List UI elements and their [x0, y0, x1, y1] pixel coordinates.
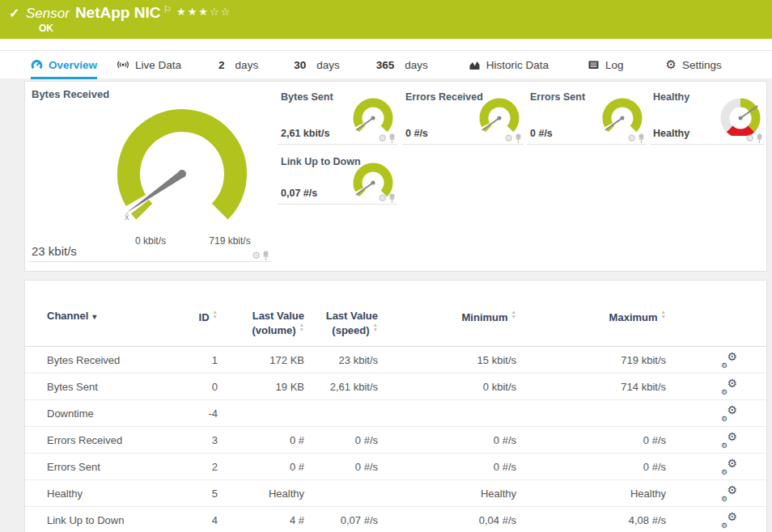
tab-365-days[interactable]: 365days [376, 51, 428, 79]
gauge-max-label: 719 kbit/s [197, 235, 262, 247]
tab-settings[interactable]: ⚙ Settings [666, 51, 722, 79]
channels-table-panel: Channel▾ ID▲▼ Last Value(volume)▲▼ Last … [24, 280, 767, 532]
live-signal-icon [117, 59, 129, 70]
tab-bar: Overview Live Data 2days 30days 365days … [0, 50, 772, 78]
gauge-value: 23 kbit/s [32, 244, 77, 258]
average-marker: x̄ [125, 212, 129, 222]
tab-365-days-number: 365 [376, 59, 395, 71]
gauge-min-label: 0 kbit/s [118, 235, 183, 247]
healthy-gauge [718, 95, 763, 136]
tab-2-days[interactable]: 2days [218, 51, 258, 79]
tab-overview[interactable]: Overview [31, 51, 97, 79]
gauge-title: Bytes Sent [281, 91, 333, 103]
gauge-value: 0 #/s [405, 128, 428, 139]
gauge-settings-icon[interactable]: ⚙ [627, 133, 636, 144]
column-header-maximum[interactable]: Maximum▲▼ [516, 310, 666, 324]
pin-icon[interactable] [515, 133, 522, 144]
gauge-cell-errors-sent[interactable]: Errors Sent 0 #/s ⚙ [527, 88, 647, 145]
pin-icon[interactable] [262, 251, 269, 261]
gauge-settings-icon[interactable]: ⚙ [504, 133, 513, 144]
gauge-cell-bytes-received[interactable]: Bytes Received x̄ 0 kbit/s 719 kbit/s 23… [28, 85, 271, 262]
stars-empty: ☆☆ [210, 6, 231, 18]
channel-name[interactable]: Link Up to Down [47, 514, 189, 526]
channel-settings-icon[interactable]: ⚙⚙ [723, 433, 737, 447]
status-ok-check-icon: ✓ [9, 6, 19, 21]
gauge-cell-link-up-to-down[interactable]: Link Up to Down 0,07 #/s ⚙ [278, 153, 397, 205]
channel-settings-icon[interactable]: ⚙⚙ [723, 353, 737, 367]
gauge-settings-icon[interactable]: ⚙ [745, 133, 754, 144]
gauge-settings-icon[interactable]: ⚙ [378, 133, 387, 144]
gauge-settings-icon[interactable]: ⚙ [252, 250, 261, 261]
gear-icon: ⚙ [666, 59, 677, 70]
table-row[interactable]: Bytes Received 1 172 KB 23 kbit/s 15 kbi… [25, 347, 766, 374]
column-header-last-value-speed[interactable]: Last Value(speed)▲▼ [304, 310, 378, 337]
tab-2-days-unit: days [235, 59, 259, 71]
tab-live-data-label: Live Data [135, 59, 181, 71]
sort-desc-icon: ▾ [92, 312, 96, 321]
bytes-sent-gauge [350, 95, 396, 136]
gauges-panel: Bytes Received x̄ 0 kbit/s 719 kbit/s 23… [24, 81, 767, 272]
sensor-kind-label: Sensor [26, 6, 70, 21]
priority-stars[interactable]: ★★★☆☆ [176, 6, 231, 18]
column-header-minimum[interactable]: Minimum▲▼ [378, 310, 516, 324]
tab-30-days-unit: days [316, 59, 340, 71]
tab-2-days-number: 2 [218, 59, 225, 71]
tab-30-days[interactable]: 30days [294, 51, 340, 79]
gauge-cell-healthy[interactable]: Healthy Healthy ⚙ [650, 88, 765, 145]
gauge-title: Errors Sent [530, 91, 585, 103]
pin-icon[interactable] [388, 193, 396, 204]
tab-log[interactable]: Log [587, 51, 624, 79]
table-row[interactable]: Errors Received 3 0 # 0 #/s 0 #/s 0 #/s … [25, 427, 766, 454]
errors-received-gauge [477, 95, 522, 136]
flag-icon[interactable]: ⚐ [163, 4, 172, 15]
channel-name[interactable]: Errors Received [47, 434, 189, 446]
tab-settings-label: Settings [682, 59, 722, 71]
pin-icon[interactable] [756, 133, 763, 144]
gauge-icon [31, 59, 43, 70]
column-header-channel[interactable]: Channel▾ [47, 310, 189, 323]
channel-settings-icon[interactable]: ⚙⚙ [723, 513, 737, 527]
table-row[interactable]: Link Up to Down 4 4 # 0,07 #/s 0,04 #/s … [25, 507, 766, 532]
sort-icon: ▲▼ [661, 310, 666, 319]
sensor-name: NetApp NIC [75, 4, 161, 21]
column-header-last-value-volume[interactable]: Last Value(volume)▲▼ [218, 310, 304, 337]
channel-name[interactable]: Downtime [47, 407, 189, 420]
errors-sent-gauge [600, 95, 645, 136]
gauge-title: Bytes Received [32, 88, 109, 100]
tab-historic-data-label: Historic Data [486, 59, 549, 71]
pin-icon[interactable] [388, 133, 396, 144]
table-header-row: Channel▾ ID▲▼ Last Value(volume)▲▼ Last … [25, 281, 766, 347]
tab-overview-label: Overview [49, 59, 97, 71]
table-row[interactable]: Healthy 5 Healthy Healthy Healthy ⚙⚙ [25, 480, 766, 507]
channel-name[interactable]: Errors Sent [47, 461, 189, 473]
gauge-cell-errors-received[interactable]: Errors Received 0 #/s ⚙ [402, 88, 524, 145]
channel-name[interactable]: Healthy [47, 488, 189, 500]
column-header-id[interactable]: ID▲▼ [189, 310, 218, 324]
tab-live-data[interactable]: Live Data [117, 51, 181, 79]
table-row[interactable]: Bytes Sent 0 19 KB 2,61 kbit/s 0 kbit/s … [25, 374, 766, 400]
channel-settings-icon[interactable]: ⚙⚙ [723, 486, 737, 500]
gauge-value: 0,07 #/s [281, 188, 317, 199]
channel-name[interactable]: Bytes Received [47, 354, 189, 366]
gauge-settings-icon[interactable]: ⚙ [378, 192, 387, 204]
tab-historic-data[interactable]: Historic Data [469, 51, 549, 79]
gauge-title: Errors Received [405, 91, 483, 103]
sensor-title: SensorNetApp NIC⚐ [26, 4, 172, 22]
table-row[interactable]: Downtime -4 ⚙⚙ [25, 400, 766, 427]
gauge-value: Healthy [653, 128, 689, 139]
channel-settings-icon[interactable]: ⚙⚙ [723, 459, 737, 474]
gauge-title: Healthy [653, 91, 689, 103]
channel-name[interactable]: Bytes Sent [47, 381, 189, 393]
sensor-header: ✓ SensorNetApp NIC⚐ ★★★☆☆ OK [0, 0, 772, 39]
tab-log-label: Log [605, 59, 624, 71]
gauge-cell-bytes-sent[interactable]: Bytes Sent 2,61 kbit/s ⚙ [278, 88, 397, 145]
pin-icon[interactable] [638, 133, 645, 144]
gauge-title: Link Up to Down [281, 156, 361, 167]
channel-settings-icon[interactable]: ⚙⚙ [723, 379, 737, 394]
channel-settings-icon[interactable]: ⚙⚙ [723, 406, 737, 420]
stars-filled: ★★★ [176, 6, 210, 18]
tab-30-days-number: 30 [294, 59, 306, 71]
table-row[interactable]: Errors Sent 2 0 # 0 #/s 0 #/s 0 #/s ⚙⚙ [25, 454, 766, 480]
gauge-value: 2,61 kbit/s [281, 128, 329, 139]
gauge-value: 0 #/s [530, 128, 553, 139]
